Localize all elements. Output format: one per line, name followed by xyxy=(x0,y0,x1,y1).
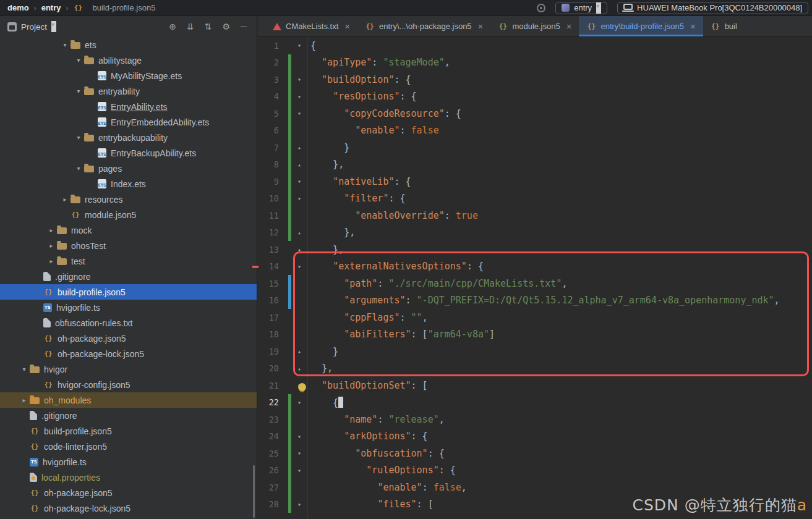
code-line-12[interactable]: 12▴ }, xyxy=(258,224,812,242)
tree-folder-ets[interactable]: ▾ets xyxy=(0,37,257,53)
tree-scrollbar[interactable] xyxy=(253,465,255,518)
fold-toggle-icon[interactable]: ▴ xyxy=(293,161,306,168)
tree-file-.gitignore[interactable]: .gitignore xyxy=(0,408,257,423)
tree-file-EntryBackupAbility.ets[interactable]: ETSEntryBackupAbility.ets xyxy=(0,145,257,161)
code-line-8[interactable]: 8▴ }, xyxy=(258,156,812,174)
chevron-collapsed-icon[interactable]: ▸ xyxy=(46,242,57,249)
tree-file-.gitignore[interactable]: .gitignore xyxy=(0,269,257,284)
tree-file-oh-package-lock.json5[interactable]: {}oh-package-lock.json5 xyxy=(0,346,257,361)
editor-tab[interactable]: {}buil xyxy=(703,16,745,36)
tree-folder-mock[interactable]: ▸mock xyxy=(0,222,257,238)
code-line-25[interactable]: 25▾ "obfuscation": { xyxy=(258,445,812,462)
code-line-5[interactable]: 5▾ "copyCodeResource": { xyxy=(258,105,812,122)
fold-toggle-icon[interactable]: ▴ xyxy=(293,229,306,236)
code-line-6[interactable]: 6 "enable": false xyxy=(258,122,812,140)
fold-toggle-icon[interactable]: ▾ xyxy=(293,178,306,185)
chevron-expanded-icon[interactable]: ▾ xyxy=(73,165,84,172)
intention-bulb-icon[interactable] xyxy=(298,383,306,391)
code-line-20[interactable]: 20▴ }, xyxy=(258,360,812,378)
code-line-11[interactable]: 11 "enableOverride": true xyxy=(258,207,812,224)
editor-tab[interactable]: {}entry\build-profile.json5× xyxy=(579,16,703,36)
breadcrumb-item[interactable]: entry xyxy=(41,3,61,12)
fold-toggle-icon[interactable]: ▾ xyxy=(293,263,306,270)
chevron-collapsed-icon[interactable]: ▸ xyxy=(46,227,57,234)
hide-panel-icon[interactable]: ─ xyxy=(241,22,247,31)
chevron-down-icon[interactable]: ▾ xyxy=(51,21,56,32)
tree-file-hvigor-config.json5[interactable]: {}hvigor-config.json5 xyxy=(0,377,257,392)
chevron-collapsed-icon[interactable]: ▸ xyxy=(19,397,30,403)
code-line-17[interactable]: 17 "cppFlags": "", xyxy=(258,309,812,326)
tree-folder-entrybackupability[interactable]: ▾entrybackupability xyxy=(0,130,257,145)
fold-toggle-icon[interactable]: ▾ xyxy=(293,399,306,406)
fold-toggle-icon[interactable]: ▾ xyxy=(293,433,306,440)
tree-folder-hvigor[interactable]: ▾hvigor xyxy=(0,361,257,377)
code-line-14[interactable]: 14▾ "externalNativesOptions": { xyxy=(258,258,812,276)
close-icon[interactable]: × xyxy=(344,21,350,32)
run-configuration-selector[interactable]: entry ▾ xyxy=(555,2,607,14)
code-line-22[interactable]: 22▾ { xyxy=(258,394,812,411)
tree-folder-test[interactable]: ▸test xyxy=(0,253,257,269)
chevron-expanded-icon[interactable]: ▾ xyxy=(19,366,30,373)
code-line-2[interactable]: 2 "apiType": "stageMode", xyxy=(258,54,812,72)
code-line-7[interactable]: 7▴ } xyxy=(258,139,812,156)
chevron-expanded-icon[interactable]: ▾ xyxy=(73,88,84,95)
code-line-4[interactable]: 4▾ "resOptions": { xyxy=(258,88,812,106)
fold-toggle-icon[interactable]: ▴ xyxy=(293,348,306,355)
settings-icon[interactable]: ⚙ xyxy=(223,22,231,31)
chevron-expanded-icon[interactable]: ▾ xyxy=(73,134,84,141)
close-icon[interactable]: × xyxy=(566,21,572,32)
tree-file-hvigorfile.ts[interactable]: TShvigorfile.ts xyxy=(0,300,257,315)
editor-tab[interactable]: CMakeLists.txt× xyxy=(265,16,357,36)
close-icon[interactable]: × xyxy=(690,21,696,32)
tree-folder-abilitystage[interactable]: ▾abilitystage xyxy=(0,53,257,68)
tree-file-oh-package.json5[interactable]: {}oh-package.json5 xyxy=(0,331,257,346)
fold-toggle-icon[interactable]: ▾ xyxy=(293,195,306,202)
code-line-18[interactable]: 18 "abiFilters": ["arm64-v8a"] xyxy=(258,326,812,344)
fold-toggle-icon[interactable]: ▾ xyxy=(293,42,306,49)
tree-file-obfuscation-rules.txt[interactable]: obfuscation-rules.txt xyxy=(0,315,257,331)
tree-file-Index.ets[interactable]: ETSIndex.ets xyxy=(0,176,257,192)
code-line-19[interactable]: 19▴ } xyxy=(258,343,812,360)
chevron-collapsed-icon[interactable]: ▸ xyxy=(46,258,57,264)
tree-file-MyAbilityStage.ets[interactable]: ETSMyAbilityStage.ets xyxy=(0,68,257,83)
fold-toggle-icon[interactable]: ▴ xyxy=(293,365,306,372)
code-line-9[interactable]: 9▾ "nativeLib": { xyxy=(258,173,812,190)
tree-folder-resources[interactable]: ▸resources xyxy=(0,192,257,207)
tree-file-EntryAbility.ets[interactable]: ETSEntryAbility.ets xyxy=(0,99,257,114)
tree-file-build-profile.json5[interactable]: {}build-profile.json5 xyxy=(0,423,257,439)
code-line-10[interactable]: 10▾ "filter": { xyxy=(258,190,812,208)
tree-file-build-profile.json5[interactable]: {}build-profile.json5 xyxy=(0,284,257,300)
code-line-27[interactable]: 27 "enable": false, xyxy=(258,479,812,496)
fold-toggle-icon[interactable]: ▾ xyxy=(293,76,306,83)
expand-all-icon[interactable]: ⇊ xyxy=(187,22,194,31)
fold-toggle-icon[interactable]: ▾ xyxy=(293,110,306,117)
chevron-expanded-icon[interactable]: ▾ xyxy=(59,41,71,48)
tree-file-oh-package-lock.json5[interactable]: {}oh-package-lock.json5 xyxy=(0,500,257,516)
tree-folder-pages[interactable]: ▾pages xyxy=(0,161,257,176)
tree-file-hvigorfile.ts[interactable]: TShvigorfile.ts xyxy=(0,454,257,470)
breadcrumb-item[interactable]: demo xyxy=(7,3,29,12)
editor-tab[interactable]: {}entry\...\oh-package.json5× xyxy=(357,16,490,36)
device-selector[interactable]: HUAWEI MateBook Pro[3QC0124B20000048] xyxy=(617,2,808,14)
fold-toggle-icon[interactable]: ▾ xyxy=(293,450,306,457)
chevron-expanded-icon[interactable]: ▾ xyxy=(73,57,84,64)
locate-icon[interactable]: ⊕ xyxy=(169,22,176,31)
panel-title[interactable]: Project xyxy=(21,22,47,32)
fold-toggle-icon[interactable]: ▴ xyxy=(293,144,306,151)
collapse-all-icon[interactable]: ⇅ xyxy=(205,22,212,31)
code-line-1[interactable]: 1▾{ xyxy=(258,37,812,54)
code-line-21[interactable]: 21▾ "buildOptionSet": [ xyxy=(258,377,812,394)
settings-icon[interactable] xyxy=(537,4,545,12)
tree-file-oh-package.json5[interactable]: {}oh-package.json5 xyxy=(0,485,257,500)
fold-toggle-icon[interactable]: ▴ xyxy=(293,246,306,253)
tree-file-local.properties[interactable]: local.properties xyxy=(0,470,257,485)
code-line-23[interactable]: 23 "name": "release", xyxy=(258,411,812,428)
tree-folder-oh_modules[interactable]: ▸oh_modules xyxy=(0,392,257,408)
tree-file-EntryEmbeddedAbility.ets[interactable]: ETSEntryEmbeddedAbility.ets xyxy=(0,114,257,130)
chevron-collapsed-icon[interactable]: ▸ xyxy=(59,196,71,203)
close-icon[interactable]: × xyxy=(478,21,484,32)
fold-toggle-icon[interactable]: ▾ xyxy=(293,93,306,100)
tree-file-code-linter.json5[interactable]: {}code-linter.json5 xyxy=(0,439,257,454)
code-line-15[interactable]: 15 "path": "./src/main/cpp/CMakeLists.tx… xyxy=(258,275,812,292)
tree-folder-ohosTest[interactable]: ▸ohosTest xyxy=(0,238,257,253)
